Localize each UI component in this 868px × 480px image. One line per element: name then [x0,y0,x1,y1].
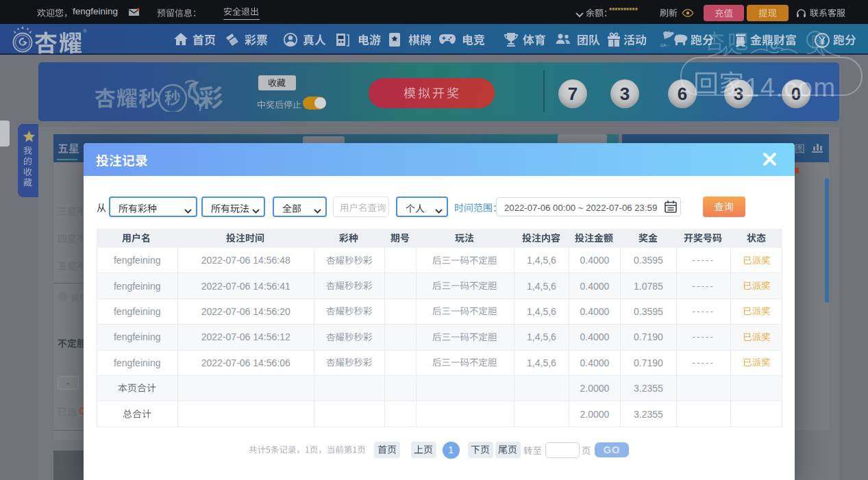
svg-text:!: ! [62,292,64,301]
